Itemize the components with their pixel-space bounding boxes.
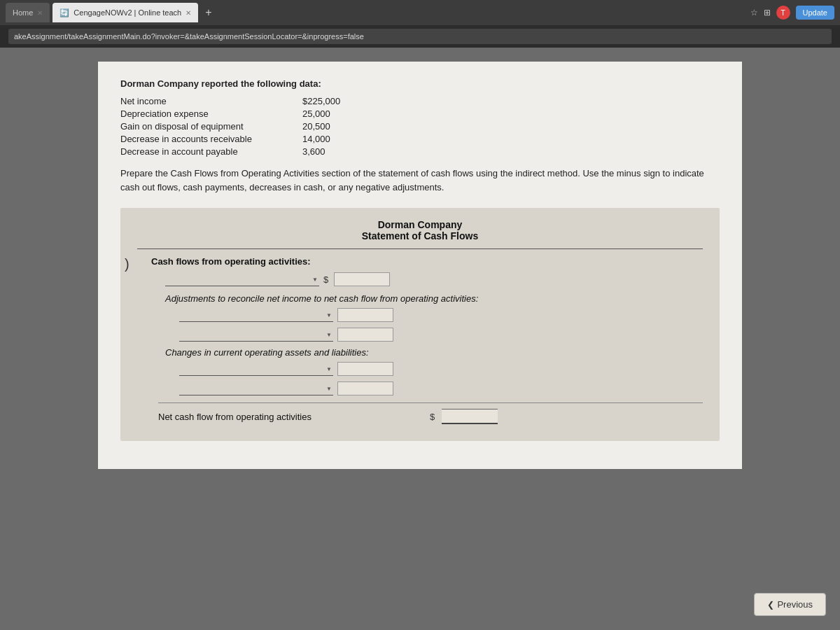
data-row-depreciation: Depreciation expense 25,000 xyxy=(120,108,720,119)
first-entry-input[interactable] xyxy=(334,272,390,286)
statement-body-wrapper: ) Cash flows from operating activities: … xyxy=(137,256,703,424)
statement-divider xyxy=(137,248,703,249)
changes-section: Changes in current operating assets and … xyxy=(165,347,703,396)
depreciation-value: 25,000 xyxy=(302,108,330,119)
instruction-text: Prepare the Cash Flows from Operating Ac… xyxy=(120,167,720,194)
change-input-1[interactable] xyxy=(337,362,393,376)
tab-cengage-icon: 🔄 xyxy=(59,8,69,18)
page-content: Dorman Company reported the following da… xyxy=(0,48,840,630)
adj-entry-row-2[interactable]: Depreciation expense Gain on disposal of… xyxy=(179,328,703,342)
statement-header: Dorman Company Statement of Cash Flows xyxy=(137,219,703,241)
adjustments-section: Adjustments to reconcile net income to n… xyxy=(165,293,703,342)
user-icon[interactable]: T xyxy=(776,6,790,20)
depreciation-label: Depreciation expense xyxy=(120,108,302,119)
adj-entry-row-1[interactable]: Depreciation expense Gain on disposal of… xyxy=(179,308,703,322)
change-entry-row-1[interactable]: Decrease in accounts receivable Decrease… xyxy=(179,362,703,376)
adj-select-1[interactable]: Depreciation expense Gain on disposal of… xyxy=(179,309,333,322)
net-cash-label: Net cash flow from operating activities xyxy=(158,412,424,422)
browser-chrome: Home ✕ 🔄 CengageNOWv2 | Online teach ✕ +… xyxy=(0,0,840,25)
net-cash-dollar: $ xyxy=(430,412,435,422)
first-entry-select-wrapper[interactable]: Net income xyxy=(165,273,319,286)
section-indicator-arrow: ) xyxy=(125,256,130,272)
change-entry-row-2[interactable]: Decrease in accounts receivable Decrease… xyxy=(179,382,703,396)
new-tab-button[interactable]: + xyxy=(201,6,216,19)
adj-input-2[interactable] xyxy=(337,328,393,342)
net-cash-input[interactable] xyxy=(442,409,498,424)
update-button[interactable]: Update xyxy=(796,6,834,20)
previous-button[interactable]: Previous xyxy=(754,593,826,616)
statement-container: Dorman Company Statement of Cash Flows )… xyxy=(120,208,720,441)
data-row-ar: Decrease in accounts receivable 14,000 xyxy=(120,134,720,144)
address-bar xyxy=(0,25,840,48)
statement-title: Statement of Cash Flows xyxy=(137,230,703,241)
previous-button-label: Previous xyxy=(777,599,813,610)
tab-home-label: Home xyxy=(13,8,33,17)
change-select-1[interactable]: Decrease in accounts receivable Decrease… xyxy=(179,363,333,376)
ap-value: 3,600 xyxy=(302,146,326,157)
adj-select-wrapper-2[interactable]: Depreciation expense Gain on disposal of… xyxy=(179,328,333,342)
data-row-net-income: Net income $225,000 xyxy=(120,96,720,106)
extensions-icon[interactable]: ⊞ xyxy=(764,8,771,18)
tab-cengage-label: CengageNOWv2 | Online teach xyxy=(74,8,181,17)
operating-section-label: Cash flows from operating activities: xyxy=(151,256,703,267)
tab-home-close[interactable]: ✕ xyxy=(37,9,43,17)
first-entry-row[interactable]: Net income $ xyxy=(165,272,703,286)
ar-label: Decrease in accounts receivable xyxy=(120,134,302,144)
gain-label: Gain on disposal of equipment xyxy=(120,121,302,132)
first-entry-select[interactable]: Net income xyxy=(165,273,319,286)
net-income-label: Net income xyxy=(120,96,302,106)
statement-body: Cash flows from operating activities: Ne… xyxy=(137,256,703,424)
ar-value: 14,000 xyxy=(302,134,330,144)
adj-select-2[interactable]: Depreciation expense Gain on disposal of… xyxy=(179,328,333,342)
change-input-2[interactable] xyxy=(337,382,393,396)
problem-data: Dorman Company reported the following da… xyxy=(120,78,720,194)
bookmark-icon[interactable]: ☆ xyxy=(750,8,758,18)
adj-select-wrapper-1[interactable]: Depreciation expense Gain on disposal of… xyxy=(179,309,333,322)
address-input[interactable] xyxy=(8,29,832,44)
tab-cengage-close[interactable]: ✕ xyxy=(186,9,191,17)
adjustments-label: Adjustments to reconcile net income to n… xyxy=(165,293,703,304)
adj-input-1[interactable] xyxy=(337,308,393,322)
changes-label: Changes in current operating assets and … xyxy=(165,347,703,358)
change-select-2[interactable]: Decrease in accounts receivable Decrease… xyxy=(179,382,333,396)
tab-cengage[interactable]: 🔄 CengageNOWv2 | Online teach ✕ xyxy=(52,3,198,22)
intro-text: Dorman Company reported the following da… xyxy=(120,78,720,89)
first-entry-dollar: $ xyxy=(323,274,328,285)
tab-bar: Home ✕ 🔄 CengageNOWv2 | Online teach ✕ + xyxy=(6,3,746,22)
data-row-ap: Decrease in account payable 3,600 xyxy=(120,146,720,157)
change-select-wrapper-1[interactable]: Decrease in accounts receivable Decrease… xyxy=(179,363,333,376)
change-select-wrapper-2[interactable]: Decrease in accounts receivable Decrease… xyxy=(179,382,333,396)
tab-home[interactable]: Home ✕ xyxy=(6,3,50,22)
gain-value: 20,500 xyxy=(302,121,330,132)
net-income-value: $225,000 xyxy=(302,96,340,106)
data-row-gain: Gain on disposal of equipment 20,500 xyxy=(120,121,720,132)
content-card: Dorman Company reported the following da… xyxy=(98,62,742,469)
ap-label: Decrease in account payable xyxy=(120,146,302,157)
net-cash-row: Net cash flow from operating activities … xyxy=(158,402,703,424)
company-name: Dorman Company xyxy=(137,219,703,230)
browser-icons: ☆ ⊞ T Update xyxy=(750,6,834,20)
data-table: Net income $225,000 Depreciation expense… xyxy=(120,96,720,157)
